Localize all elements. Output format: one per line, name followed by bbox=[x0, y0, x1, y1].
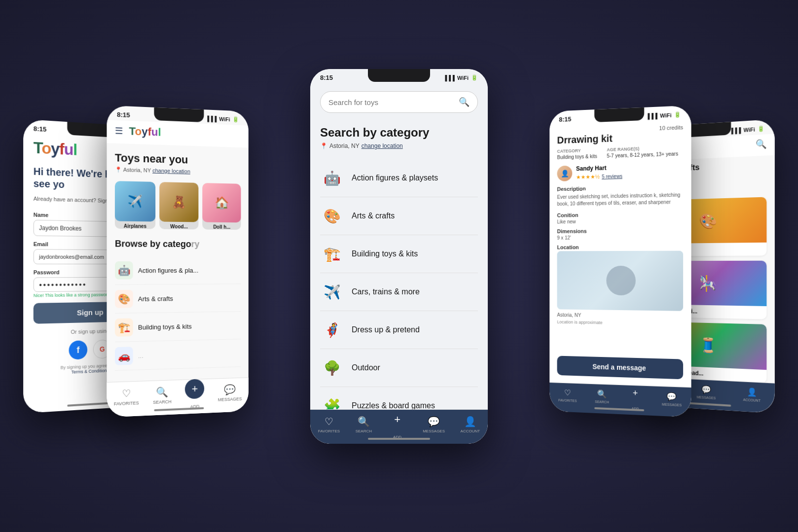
seller-row: 👤 Sandy Hart ★★★★½ 5 reviews bbox=[557, 162, 684, 181]
arts-crafts-icon: 🎨 bbox=[320, 204, 344, 228]
msg-icon-3: 💬 bbox=[428, 416, 440, 427]
arts-crafts-label: Arts & crafts bbox=[352, 212, 395, 220]
phone-search: 8:15 ▐▐▐WiFi🔋 🔍 Search by category 📍 bbox=[310, 69, 488, 444]
doll-image: 🏠 bbox=[203, 183, 241, 222]
search-icon-3: 🔍 bbox=[358, 416, 370, 427]
reviews-link[interactable]: 5 reviews bbox=[602, 174, 622, 179]
search-input[interactable] bbox=[328, 98, 454, 106]
building-label: Building toys & kits bbox=[138, 322, 192, 331]
browse-title: Toys near you bbox=[115, 151, 241, 168]
photo-card-airplanes[interactable]: ✈️ Airplanes bbox=[115, 181, 155, 229]
browse-body: Toys near you 📍 Astoria, NY change locat… bbox=[107, 143, 248, 379]
cat-cars-trains[interactable]: ✈️ Cars, trains & more bbox=[320, 273, 478, 311]
account-icon-3: 👤 bbox=[464, 416, 476, 427]
more-label: ... bbox=[138, 352, 144, 359]
action-figures-label: Action figures & playsets bbox=[352, 174, 438, 182]
search-bar-container: 🔍 bbox=[310, 83, 488, 121]
cars-trains-icon: ✈️ bbox=[320, 280, 344, 304]
nav-search[interactable]: 🔍 SEARCH bbox=[153, 386, 172, 405]
dimensions-label: Dimensions bbox=[557, 227, 684, 234]
cat-dress-up[interactable]: 🦸 Dress up & pretend bbox=[320, 311, 478, 349]
hamburger-icon[interactable]: ☰ bbox=[115, 125, 123, 137]
search-location: 📍 Astoria, NY change location bbox=[320, 142, 478, 149]
map-pin bbox=[607, 266, 636, 295]
building-icon: 🏗️ bbox=[115, 318, 133, 336]
action-figures-icon: 🤖 bbox=[320, 166, 344, 190]
search-submit-icon[interactable]: 🔍 bbox=[459, 97, 470, 107]
product-meta: Category Building toys & kits Age Range(… bbox=[557, 145, 684, 160]
phone-product: 8:15 ▐▐▐WiFi🔋 10 credits Drrawing kit Ca… bbox=[549, 106, 691, 418]
doll-label: Doll h... bbox=[203, 222, 241, 230]
scene: 8:15 ▐▐▐ WiFi 🔋 Toyful Hi there! We're h… bbox=[0, 0, 798, 532]
nav-msg-3[interactable]: 💬 MESSAGES bbox=[423, 416, 445, 433]
airplanes-label: Airplanes bbox=[115, 221, 155, 229]
heart-icon-3: ♡ bbox=[325, 416, 333, 427]
cat-action-figures[interactable]: 🤖 Action figures & playsets bbox=[320, 159, 478, 197]
nav-messages[interactable]: 💬 MESSAGES bbox=[218, 383, 242, 402]
outdoor-icon: 🌳 bbox=[320, 356, 344, 380]
send-message-button[interactable]: Send a message bbox=[557, 356, 684, 380]
add-icon-3: + bbox=[388, 410, 407, 429]
category-col: Category Building toys & kits bbox=[557, 147, 597, 160]
section-title: Browse by category bbox=[115, 239, 241, 249]
phone-browse: 8:15 ▐▐▐WiFi🔋 ☰ Toyful Toys near you 📍 A… bbox=[107, 106, 248, 418]
nav-msg-5[interactable]: 💬 MESSAGES bbox=[697, 385, 716, 400]
bottom-nav-4: ♡ FAVORITES 🔍 SEARCH + ADD 💬 MESSAGES bbox=[549, 382, 691, 417]
stars: ★★★★½ bbox=[576, 174, 600, 180]
cars-trains-label: Cars, trains & more bbox=[352, 287, 420, 296]
browse-location: 📍 Astoria, NY change location bbox=[115, 167, 241, 177]
msg-icon-4: 💬 bbox=[667, 392, 677, 402]
search-icon-5[interactable]: 🔍 bbox=[756, 139, 767, 150]
map-location-text: Astoria, NY bbox=[557, 312, 684, 319]
nav-fav-3[interactable]: ♡ FAVORITES bbox=[318, 416, 340, 433]
action-label: Action figures & pla... bbox=[138, 266, 198, 274]
cat-outdoor[interactable]: 🌳 Outdoor bbox=[320, 349, 478, 387]
account-icon-5: 👤 bbox=[747, 387, 757, 397]
photo-card-wood[interactable]: 🧸 Wood... bbox=[159, 182, 199, 229]
nav-account-5[interactable]: 👤 ACCOUNT bbox=[743, 387, 761, 402]
nav-msg-4[interactable]: 💬 MESSAGES bbox=[662, 391, 682, 407]
category-action[interactable]: 🤖 Action figures & pla... bbox=[115, 256, 241, 285]
building-label: Building toys & kits bbox=[352, 249, 418, 258]
cat-arts-crafts[interactable]: 🎨 Arts & crafts bbox=[320, 197, 478, 235]
category-more[interactable]: 🚗 ... bbox=[115, 339, 241, 371]
add-icon: + bbox=[185, 379, 204, 399]
outdoor-label: Outdoor bbox=[352, 363, 380, 372]
wood-image: 🧸 bbox=[159, 182, 199, 222]
photo-card-doll[interactable]: 🏠 Doll h... bbox=[203, 183, 241, 230]
search-body: Search by category 📍 Astoria, NY change … bbox=[310, 121, 488, 444]
time-3: 8:15 bbox=[320, 74, 333, 81]
search-bar[interactable]: 🔍 bbox=[320, 91, 478, 113]
nav-add-3[interactable]: + ADD bbox=[388, 410, 407, 439]
bottom-nav-3: ♡ FAVORITES 🔍 SEARCH + ADD 💬 MESSAGES bbox=[310, 409, 488, 444]
nav-search-3[interactable]: 🔍 SEARCH bbox=[356, 416, 372, 433]
nav-add[interactable]: + ADD bbox=[185, 379, 204, 409]
condition-label: Conition bbox=[557, 211, 684, 218]
arts-label: Arts & crafts bbox=[138, 295, 173, 303]
seller-avatar: 👤 bbox=[557, 166, 573, 181]
product-header: 10 credits Drrawing kit Category Buildin… bbox=[549, 120, 691, 332]
facebook-button[interactable]: f bbox=[69, 340, 88, 360]
map-area bbox=[557, 251, 684, 311]
photo-row: ✈️ Airplanes 🧸 Wood... 🏠 Doll h... bbox=[115, 181, 241, 230]
nav-search-4[interactable]: 🔍 SEARCH bbox=[595, 389, 609, 404]
nav-account-3[interactable]: 👤 ACCOUNT bbox=[461, 416, 480, 433]
nav-add-4[interactable]: + ADD bbox=[627, 385, 643, 410]
cat-building[interactable]: 🏗️ Building toys & kits bbox=[320, 235, 478, 273]
product-credits: 10 credits bbox=[659, 124, 683, 131]
search-icon: 🔍 bbox=[156, 386, 168, 398]
category-building[interactable]: 🏗️ Building toys & kits bbox=[115, 312, 241, 342]
dress-up-label: Dress up & pretend bbox=[352, 325, 420, 334]
building-icon: 🏗️ bbox=[320, 242, 344, 266]
change-location-link[interactable]: change location bbox=[362, 142, 403, 149]
search-heading: Search by category bbox=[320, 126, 478, 140]
age-col: Age Range(s) 5-7 years, 8-12 years, 13+ … bbox=[607, 145, 678, 159]
add-icon-4: + bbox=[627, 385, 643, 401]
nav-fav-4[interactable]: ♡ FAVORITES bbox=[558, 388, 577, 402]
arts-icon: 🎨 bbox=[115, 290, 133, 308]
nav-favorites[interactable]: ♡ FAVORITES bbox=[114, 387, 139, 406]
wood-label: Wood... bbox=[159, 222, 199, 230]
search-icon-4: 🔍 bbox=[597, 389, 607, 399]
category-arts[interactable]: 🎨 Arts & crafts bbox=[115, 284, 241, 314]
bottom-nav-2: ♡ FAVORITES 🔍 SEARCH + ADD 💬 MESSAGES bbox=[107, 377, 248, 417]
